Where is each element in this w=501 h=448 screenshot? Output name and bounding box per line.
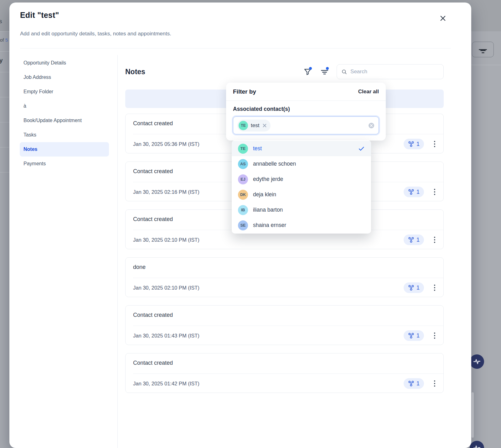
- contact-option-name: annabelle schoen: [253, 161, 296, 167]
- contact-avatar: AS: [238, 159, 248, 169]
- note-title: Contact created: [133, 120, 173, 127]
- background-of-label: of: [0, 37, 4, 43]
- note-timestamp: Jan 30, 2025 02:10 PM (IST): [133, 285, 199, 291]
- activity-fab-button[interactable]: [470, 354, 484, 369]
- note-card: Contact created Jan 30, 2025 01:42 PM (I…: [125, 353, 444, 393]
- modal-subtitle: Add and edit opportunity details, tasks,…: [20, 31, 171, 37]
- note-divider: [133, 373, 443, 374]
- associations-icon: [408, 285, 414, 291]
- sort-active-dot: [326, 67, 329, 70]
- contact-avatar: DK: [238, 190, 248, 200]
- note-title: Contact created: [133, 168, 173, 175]
- note-menu-button[interactable]: [431, 235, 438, 245]
- contact-option-test[interactable]: TE test: [232, 141, 371, 156]
- note-timestamp: Jan 30, 2025 05:36 PM (IST): [133, 141, 199, 147]
- note-timestamp: Jan 30, 2025 02:10 PM (IST): [133, 237, 199, 243]
- associations-count: 1: [416, 141, 420, 147]
- contact-option-edythe-jerde[interactable]: EJ edythe jerde: [232, 172, 371, 187]
- note-title: Contact created: [133, 312, 173, 318]
- filter-active-dot: [309, 67, 312, 70]
- background-row-divider: [0, 31, 9, 32]
- associations-badge[interactable]: 1: [404, 187, 424, 197]
- background-count-link: 5: [5, 37, 8, 43]
- note-title: Contact created: [133, 216, 173, 223]
- associations-badge[interactable]: 1: [404, 139, 424, 149]
- sidebar-item-notes[interactable]: Notes: [20, 142, 109, 157]
- sidebar-item-tasks[interactable]: Tasks: [20, 128, 109, 142]
- note-card: done Jan 30, 2025 02:10 PM (IST) 1: [125, 257, 444, 297]
- close-icon: [439, 15, 447, 22]
- associations-badge[interactable]: 1: [404, 234, 424, 245]
- note-divider: [133, 278, 443, 278]
- sidebar-item-empty-folder[interactable]: Empty Folder: [20, 85, 109, 99]
- associations-count: 1: [416, 285, 420, 291]
- background-row-divider: [471, 65, 501, 65]
- contact-avatar: SE: [238, 220, 248, 230]
- search-input[interactable]: [350, 69, 439, 75]
- edit-opportunity-modal: Edit "test" Add and edit opportunity det…: [9, 3, 471, 448]
- contact-option-shaina-ernser[interactable]: SE shaina ernser: [232, 218, 371, 233]
- associations-count: 1: [416, 380, 420, 387]
- contact-option-name: edythe jerde: [253, 176, 283, 183]
- sidebar-item-a[interactable]: à: [20, 99, 109, 113]
- background-row-divider: [0, 51, 9, 52]
- background-text-fragment: s: [0, 18, 2, 25]
- contact-avatar: TE: [238, 144, 248, 154]
- close-button[interactable]: [436, 12, 449, 24]
- notes-heading: Notes: [125, 68, 145, 76]
- associations-icon: [408, 237, 414, 243]
- contacts-dropdown: TE test AS annabelle schoen EJ edythe je…: [232, 140, 371, 234]
- sidebar-item-book-update-appointment[interactable]: Book/Update Appointment: [20, 113, 109, 128]
- background-row-divider: [0, 72, 9, 72]
- modal-title: Edit "test": [20, 11, 59, 20]
- associations-badge[interactable]: 1: [404, 378, 424, 389]
- sidebar-item-opportunity-details[interactable]: Opportunity Details: [20, 56, 109, 70]
- filter-popover-title: Filter by: [233, 88, 256, 95]
- sort-button[interactable]: [320, 67, 329, 76]
- note-menu-button[interactable]: [431, 139, 438, 149]
- contact-option-name: shaina ernser: [253, 222, 286, 229]
- associations-icon: [408, 332, 414, 339]
- contact-option-name: test: [253, 145, 262, 152]
- sidebar-item-payments[interactable]: Payments: [20, 157, 109, 171]
- contact-avatar: EJ: [238, 174, 248, 184]
- contact-option-name: deja klein: [253, 191, 276, 198]
- sidebar-item-job-address[interactable]: Job Address: [20, 70, 109, 85]
- note-menu-button[interactable]: [431, 187, 438, 197]
- note-menu-button[interactable]: [431, 331, 438, 340]
- check-icon: [358, 145, 365, 152]
- associations-badge[interactable]: 1: [404, 330, 424, 341]
- activity-fab-button-partial[interactable]: [470, 441, 484, 448]
- contacts-multiselect-input[interactable]: TE test: [233, 116, 379, 134]
- search-icon: [341, 69, 347, 75]
- background-pagination-fragment: of 5: [0, 37, 8, 43]
- contact-option-deja-klein[interactable]: DK deja klein: [232, 187, 371, 202]
- note-title: done: [133, 264, 146, 270]
- background-row-divider: [0, 172, 9, 173]
- note-menu-button[interactable]: [431, 379, 438, 388]
- notes-header: Notes: [125, 64, 444, 79]
- associations-icon: [408, 141, 414, 147]
- note-timestamp: Jan 30, 2025 01:43 PM (IST): [133, 333, 199, 339]
- associations-badge[interactable]: 1: [404, 282, 424, 293]
- selected-contact-chip[interactable]: TE test: [237, 120, 271, 131]
- filter-lines-icon: [479, 49, 487, 50]
- clear-selection-button[interactable]: [368, 122, 374, 129]
- background-text-fragment: y: [0, 57, 3, 64]
- associations-icon: [408, 380, 414, 387]
- clear-circle-icon: [368, 122, 374, 129]
- filter-button[interactable]: [303, 67, 312, 76]
- note-menu-button[interactable]: [431, 283, 438, 292]
- filter-popover: Filter by Clear all Associated contact(s…: [226, 83, 386, 141]
- associations-icon: [408, 189, 414, 195]
- note-timestamp: Jan 30, 2025 02:16 PM (IST): [133, 189, 199, 195]
- clear-all-button[interactable]: Clear all: [358, 89, 379, 95]
- pulse-icon: [473, 358, 481, 366]
- background-row-divider: [0, 97, 9, 97]
- associated-contacts-label: Associated contact(s): [233, 106, 379, 112]
- background-filter-button[interactable]: [472, 42, 494, 57]
- contact-option-iliana-barton[interactable]: IB iliana barton: [232, 202, 371, 218]
- chip-remove-icon[interactable]: [262, 123, 267, 128]
- background-scrollbar-thumb[interactable]: [472, 392, 474, 438]
- contact-option-annabelle-schoen[interactable]: AS annabelle schoen: [232, 156, 371, 172]
